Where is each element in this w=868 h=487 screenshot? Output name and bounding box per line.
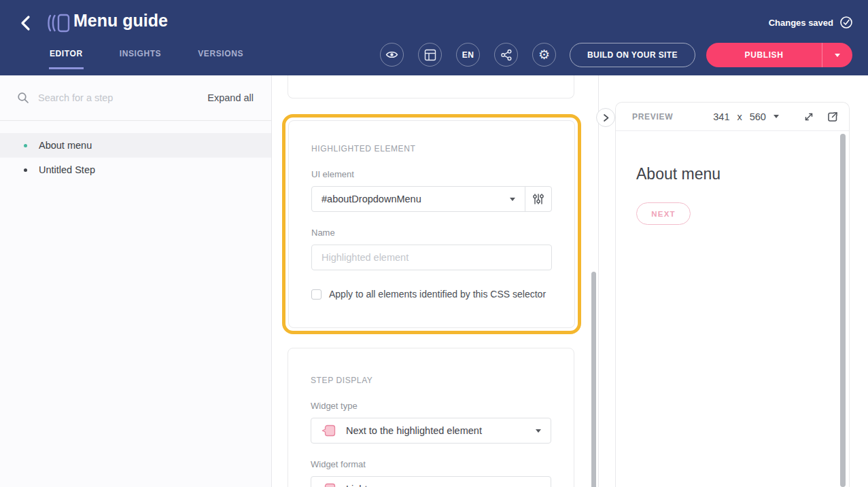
preview-step-heading: About menu	[636, 165, 849, 183]
language-label: EN	[462, 50, 474, 60]
chevron-down-icon	[536, 429, 541, 433]
selector-settings-button[interactable]	[525, 187, 551, 211]
save-status-text: Changes saved	[769, 18, 833, 28]
preview-eye-button[interactable]	[380, 43, 404, 67]
editor-scrollbar[interactable]	[591, 272, 596, 487]
chevron-right-icon	[602, 113, 610, 122]
tooltip-bubble-icon	[321, 482, 336, 487]
editor-tabs: EDITOR INSIGHTS VERSIONS	[49, 47, 244, 69]
preview-scrollbar[interactable]	[840, 134, 846, 487]
toolbar-icons: EN ⚙	[380, 43, 556, 67]
widget-format-select[interactable]: Light	[311, 476, 551, 487]
share-button[interactable]	[494, 43, 518, 67]
sliders-icon	[532, 193, 544, 205]
build-on-your-site-button[interactable]: BUILD ON YOUR SITE	[570, 43, 695, 67]
element-name-input[interactable]	[311, 245, 552, 270]
save-status: Changes saved	[769, 16, 853, 29]
external-link-icon	[827, 111, 839, 123]
back-button[interactable]	[16, 14, 35, 33]
share-icon	[500, 49, 513, 61]
app-window: Menu guide Changes saved EDITOR INSIGHTS…	[0, 0, 868, 487]
ui-element-select[interactable]: #aboutDropdownMenu	[312, 187, 525, 211]
step-item-untitled-step[interactable]: Untitled Step	[0, 158, 271, 182]
widget-type-value: Next to the highlighted element	[346, 425, 482, 436]
settings-button[interactable]: ⚙	[532, 43, 556, 67]
search-input[interactable]	[37, 92, 207, 104]
widget-type-select[interactable]: Next to the highlighted element	[311, 418, 551, 444]
apply-to-all-row: Apply to all elements identified by this…	[311, 289, 552, 300]
steps-sidebar: Expand all About menu Untitled Step	[0, 75, 272, 487]
search-icon	[17, 92, 29, 104]
publish-dropdown-button[interactable]	[822, 43, 852, 67]
section-title: STEP DISPLAY	[311, 376, 551, 385]
step-label: About menu	[39, 140, 92, 151]
preview-height-value: 560	[750, 111, 766, 122]
eye-icon	[385, 48, 398, 61]
ui-element-select-group: #aboutDropdownMenu	[311, 186, 552, 212]
language-button[interactable]: EN	[456, 43, 480, 67]
preview-next-button[interactable]: NEXT	[636, 202, 691, 225]
preview-size-select[interactable]: 341 x 560	[713, 111, 779, 122]
preview-size-separator: x	[737, 111, 742, 122]
chevron-down-icon	[774, 115, 779, 118]
expand-all-link[interactable]: Expand all	[207, 92, 254, 103]
check-circle-icon	[839, 16, 853, 29]
expand-arrows-icon	[803, 111, 815, 123]
ui-element-label: UI element	[311, 169, 552, 179]
tab-versions[interactable]: VERSIONS	[197, 47, 244, 69]
layout-icon	[424, 49, 436, 61]
step-item-about-menu[interactable]: About menu	[0, 133, 271, 158]
chevron-down-icon	[835, 54, 840, 57]
step-display-card: STEP DISPLAY Widget type Next to the hig…	[288, 348, 574, 487]
step-label: Untitled Step	[39, 164, 95, 175]
top-navigation-bar: Menu guide Changes saved EDITOR INSIGHTS…	[0, 0, 868, 75]
preview-width-value: 341	[713, 111, 729, 122]
widget-type-label: Widget type	[311, 401, 551, 411]
apply-to-all-checkbox[interactable]	[311, 289, 322, 300]
step-status-dot	[24, 168, 27, 172]
tab-editor[interactable]: EDITOR	[49, 47, 84, 69]
widget-format-label: Widget format	[311, 459, 551, 469]
gear-icon: ⚙	[538, 48, 550, 61]
step-status-dot	[24, 144, 27, 147]
publish-split-button: PUBLISH	[706, 43, 852, 67]
chevron-down-icon	[510, 198, 515, 201]
publish-button[interactable]: PUBLISH	[706, 43, 822, 67]
open-in-new-window-button[interactable]	[827, 111, 839, 123]
preview-panel: PREVIEW 341 x 560 About menu NEXT	[615, 102, 850, 487]
previous-settings-card-partial	[288, 75, 574, 98]
name-label: Name	[311, 228, 552, 238]
preview-header: PREVIEW 341 x 560	[616, 103, 849, 131]
section-title: HIGHLIGHTED ELEMENT	[311, 144, 552, 154]
guide-type-icon	[46, 12, 71, 35]
widget-format-value: Light	[346, 484, 367, 487]
page-title: Menu guide	[73, 11, 168, 31]
preview-region: PREVIEW 341 x 560 About menu NEXT	[599, 75, 868, 487]
tab-insights[interactable]: INSIGHTS	[119, 47, 162, 69]
chevron-left-icon	[19, 15, 33, 31]
collapse-preview-button[interactable]	[596, 108, 615, 127]
highlighted-element-card: HIGHLIGHTED ELEMENT UI element #aboutDro…	[288, 120, 575, 328]
tooltip-bubble-icon	[321, 423, 336, 438]
step-settings-panel: HIGHLIGHTED ELEMENT UI element #aboutDro…	[272, 75, 599, 487]
preview-title: PREVIEW	[632, 112, 673, 122]
step-list: About menu Untitled Step	[0, 121, 271, 182]
expand-preview-button[interactable]	[803, 111, 815, 123]
ui-element-value: #aboutDropdownMenu	[322, 194, 421, 204]
highlighted-element-card-highlight-ring: HIGHLIGHTED ELEMENT UI element #aboutDro…	[282, 114, 581, 334]
layout-button[interactable]	[418, 43, 442, 67]
step-search-row: Expand all	[0, 75, 271, 121]
apply-to-all-label: Apply to all elements identified by this…	[329, 289, 546, 300]
preview-header-icons	[803, 111, 839, 123]
